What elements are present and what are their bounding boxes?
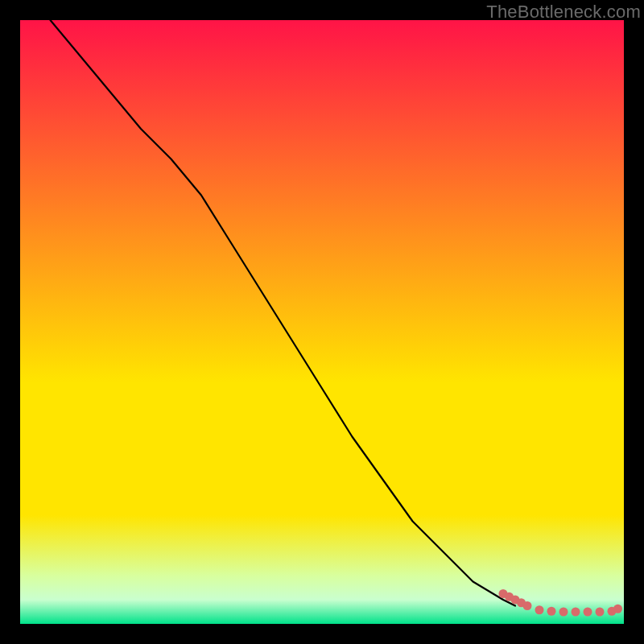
chart-frame	[20, 20, 624, 624]
scatter-dot	[572, 608, 580, 617]
scatter-dot	[596, 608, 605, 617]
chart-svg	[20, 20, 624, 624]
scatter-dot	[535, 605, 544, 614]
scatter-dot	[559, 608, 568, 617]
gradient-backdrop	[20, 20, 624, 624]
scatter-dot	[547, 607, 556, 616]
scatter-dot	[584, 608, 592, 617]
scatter-dot	[613, 605, 622, 613]
scatter-dot	[523, 601, 532, 610]
